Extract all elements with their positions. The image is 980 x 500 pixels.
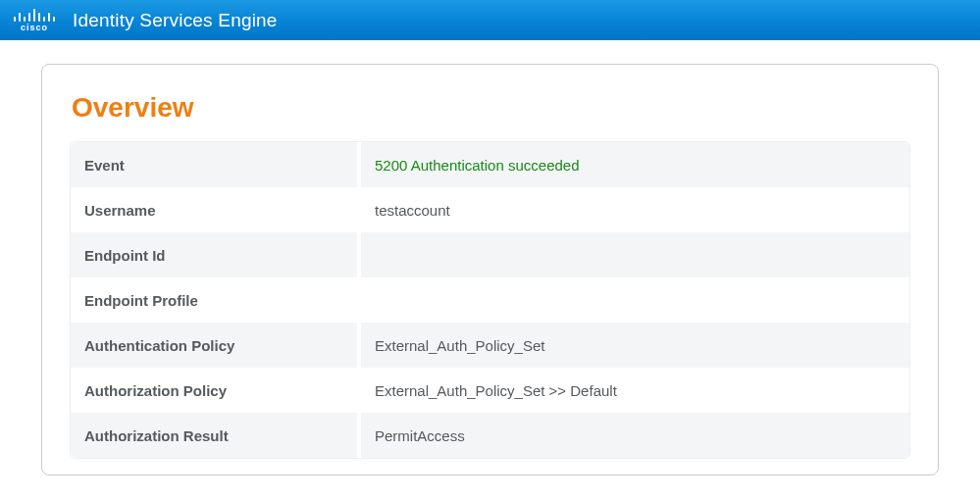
value-authorization-policy: External_Auth_Policy_Set >> Default	[361, 368, 909, 413]
cisco-logo-text: cisco	[21, 23, 48, 32]
label-authorization-result: Authorization Result	[71, 413, 357, 458]
value-event: 5200 Authentication succeeded	[361, 142, 909, 187]
panel-title: Overview	[72, 92, 910, 124]
row-event: Event 5200 Authentication succeeded	[71, 142, 909, 187]
cisco-logo-bars-icon	[14, 8, 55, 22]
value-endpoint-profile	[361, 277, 909, 323]
row-endpoint-id: Endpoint Id	[71, 232, 909, 277]
label-event: Event	[71, 142, 357, 187]
value-endpoint-id	[361, 232, 909, 277]
row-authorization-policy: Authorization Policy External_Auth_Polic…	[71, 368, 909, 413]
detail-rows: Event 5200 Authentication succeeded User…	[70, 141, 910, 459]
overview-panel: Overview Event 5200 Authentication succe…	[41, 64, 939, 475]
label-authentication-policy: Authentication Policy	[71, 323, 357, 368]
value-username: testaccount	[361, 187, 909, 232]
app-header: cisco Identity Services Engine	[0, 0, 980, 40]
cisco-logo: cisco	[14, 8, 55, 32]
row-authentication-policy: Authentication Policy External_Auth_Poli…	[71, 323, 909, 368]
app-title: Identity Services Engine	[73, 10, 278, 31]
label-authorization-policy: Authorization Policy	[71, 368, 357, 413]
row-username: Username testaccount	[71, 187, 909, 232]
row-authorization-result: Authorization Result PermitAccess	[71, 413, 909, 458]
value-authentication-policy: External_Auth_Policy_Set	[361, 323, 909, 368]
label-endpoint-profile: Endpoint Profile	[71, 277, 357, 323]
label-username: Username	[71, 187, 357, 232]
label-endpoint-id: Endpoint Id	[71, 232, 357, 277]
value-authorization-result: PermitAccess	[361, 413, 909, 458]
row-endpoint-profile: Endpoint Profile	[71, 277, 909, 323]
